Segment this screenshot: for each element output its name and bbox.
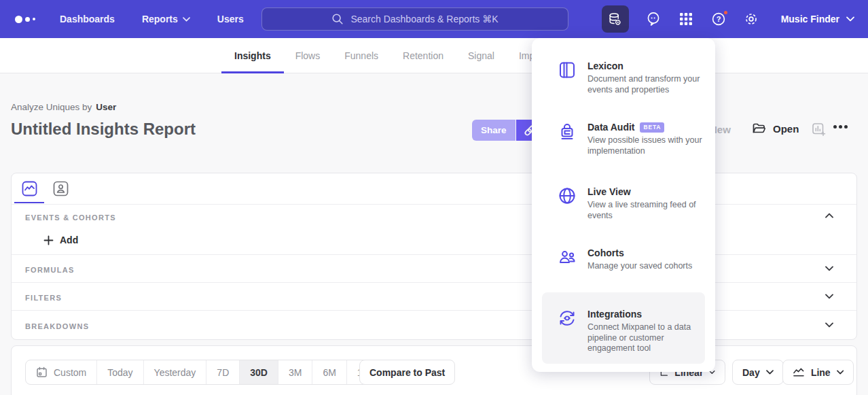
tab-flows[interactable]: Flows — [295, 38, 321, 73]
menu-item-desc: Connect Mixpanel to a data pipeline or c… — [587, 322, 704, 354]
range-3m[interactable]: 3M — [278, 360, 312, 384]
chevron-down-icon — [183, 17, 190, 22]
tab-signal-label: Signal — [468, 50, 494, 61]
beta-badge: BETA — [640, 122, 664, 133]
range-7d[interactable]: 7D — [206, 360, 240, 384]
tab-insights-label: Insights — [234, 50, 271, 61]
tab-flows-label: Flows — [295, 50, 321, 61]
report-eyebrow: Analyze Uniques byUser — [11, 102, 116, 112]
range-6m-label: 6M — [323, 367, 336, 378]
range-3m-label: 3M — [289, 367, 302, 378]
tab-signal[interactable]: Signal — [468, 38, 494, 73]
folder-icon — [752, 122, 766, 135]
notification-dot — [723, 10, 729, 16]
range-yesterday[interactable]: Yesterday — [144, 360, 207, 384]
tab-retention-label: Retention — [403, 50, 444, 61]
search-placeholder: Search Dashboards & Reports ⌘K — [350, 14, 498, 24]
menu-item-data-audit[interactable]: Data Audit BETA View possible issues wit… — [558, 122, 700, 156]
share-button[interactable]: Share — [472, 120, 516, 141]
data-management-button[interactable] — [602, 5, 629, 33]
person-icon — [53, 181, 69, 196]
chevron-down-icon — [825, 266, 833, 271]
tab-insights[interactable]: Insights — [234, 38, 271, 73]
nav-dashboards-label: Dashboards — [60, 14, 115, 24]
more-options-button[interactable] — [833, 125, 848, 128]
granularity-dropdown[interactable]: Day — [732, 360, 784, 385]
metrics-view-tab[interactable] — [14, 173, 44, 203]
tab-funnels-label: Funnels — [344, 50, 378, 61]
data-management-menu: Lexicon Document and transform your even… — [532, 38, 715, 372]
chevron-down-icon — [846, 16, 854, 22]
nav-dashboards[interactable]: Dashboards — [60, 14, 115, 24]
menu-item-desc: View possible issues with your implement… — [587, 135, 704, 156]
eyebrow-value[interactable]: User — [96, 102, 116, 112]
page-title[interactable]: Untitled Insights Report — [11, 120, 196, 139]
top-nav: Dashboards Reports Users Search Dashboar… — [0, 0, 868, 38]
add-label: Add — [60, 235, 78, 245]
gear-icon — [743, 11, 759, 27]
chevron-down-icon — [837, 370, 844, 375]
nav-users[interactable]: Users — [217, 14, 244, 24]
help-button[interactable]: ? — [710, 11, 727, 27]
menu-item-title: Cohorts — [587, 247, 624, 258]
workspace-switcher[interactable]: Music Finder — [781, 14, 854, 24]
calendar-icon — [36, 366, 48, 378]
tab-funnels[interactable]: Funnels — [344, 38, 378, 73]
breakdowns-label: BREAKDOWNS — [25, 322, 89, 330]
plus-icon — [43, 235, 54, 245]
menu-item-desc: View a live streaming feed of events — [587, 200, 704, 221]
insights-chart-icon — [22, 181, 37, 196]
svg-text:?: ? — [716, 15, 721, 23]
add-event-button[interactable]: Add — [43, 235, 78, 245]
menu-item-desc: Document and transform your events and p… — [587, 74, 704, 95]
menu-item-title: Live View — [587, 186, 631, 197]
expand-filters-button[interactable] — [825, 294, 833, 299]
report-tabbar: Insights Flows Funnels Retention Signal … — [0, 38, 868, 73]
expand-breakdowns-button[interactable] — [825, 322, 833, 328]
apps-grid-button[interactable] — [678, 11, 694, 27]
open-label: Open — [773, 123, 799, 135]
collapse-events-button[interactable] — [825, 213, 833, 218]
filters-label: FILTERS — [25, 294, 62, 302]
range-today[interactable]: Today — [97, 360, 143, 384]
chart-toolbar-card: Custom Today Yesterday 7D 30D 3M 6M 12M … — [11, 345, 857, 395]
database-gear-icon — [607, 12, 623, 27]
nav-reports-label: Reports — [142, 14, 178, 24]
search-input[interactable]: Search Dashboards & Reports ⌘K — [261, 7, 568, 31]
expand-formulas-button[interactable] — [825, 266, 833, 271]
range-custom[interactable]: Custom — [26, 360, 97, 384]
data-audit-icon — [558, 122, 577, 141]
tab-retention[interactable]: Retention — [403, 38, 444, 73]
menu-item-integrations[interactable]: Integrations Connect Mixpanel to a data … — [558, 309, 700, 354]
events-cohorts-label: EVENTS & COHORTS — [25, 213, 116, 222]
formulas-label: FORMULAS — [25, 266, 75, 274]
menu-item-cohorts[interactable]: Cohorts Manage your saved cohorts — [558, 247, 700, 272]
range-30d[interactable]: 30D — [240, 360, 278, 384]
chevron-down-icon — [825, 294, 833, 299]
cohorts-people-icon — [558, 247, 577, 267]
range-yesterday-label: Yesterday — [154, 367, 196, 378]
settings-button[interactable] — [743, 11, 759, 27]
menu-item-lexicon[interactable]: Lexicon Document and transform your even… — [558, 61, 700, 95]
range-7d-label: 7D — [217, 367, 229, 378]
range-6m[interactable]: 6M — [312, 360, 346, 384]
feedback-button[interactable] — [645, 11, 662, 27]
search-icon — [331, 13, 344, 25]
menu-item-live-view[interactable]: Live View View a live streaming feed of … — [558, 186, 700, 221]
query-builder-card: EVENTS & COHORTS Add FORMULAS FILTERS BR… — [11, 173, 857, 340]
granularity-label: Day — [742, 367, 760, 378]
date-range-control: Custom Today Yesterday 7D 30D 3M 6M 12M — [25, 360, 386, 385]
mixpanel-logo-icon[interactable] — [15, 16, 38, 23]
nav-reports[interactable]: Reports — [142, 14, 190, 24]
profiles-view-tab[interactable] — [46, 173, 75, 203]
range-30d-label: 30D — [250, 367, 268, 378]
add-to-dashboard-button[interactable] — [812, 122, 827, 137]
chart-type-dropdown[interactable]: Line — [782, 360, 854, 385]
compare-to-past-button[interactable]: Compare to Past — [359, 360, 455, 385]
compare-label: Compare to Past — [369, 367, 445, 378]
speech-bubble-icon — [645, 11, 662, 27]
menu-item-title: Lexicon — [587, 61, 623, 71]
open-report-button[interactable]: Open — [752, 122, 799, 135]
workspace-name: Music Finder — [781, 14, 839, 24]
live-view-globe-icon — [558, 186, 577, 205]
